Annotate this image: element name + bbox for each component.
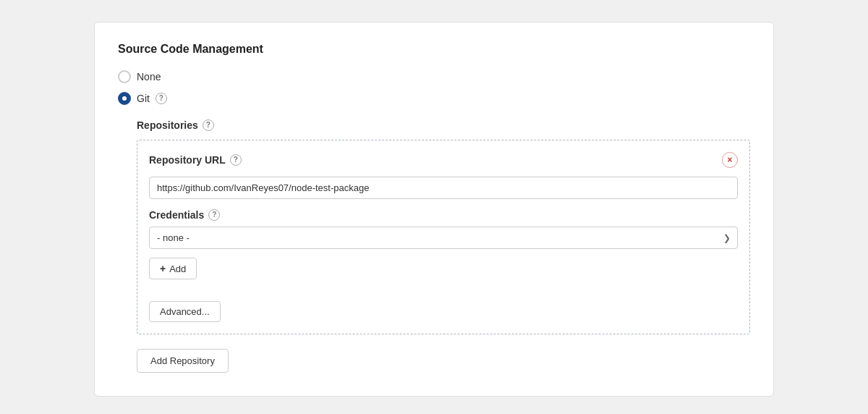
radio-none-circle[interactable] bbox=[118, 70, 131, 83]
radio-group: None Git ? bbox=[118, 70, 750, 105]
repo-url-input[interactable] bbox=[149, 177, 738, 199]
radio-git[interactable]: Git ? bbox=[118, 92, 750, 105]
radio-none[interactable]: None bbox=[118, 70, 750, 83]
radio-git-label: Git bbox=[137, 93, 150, 104]
repo-dashed-box: Repository URL ? × Credentials ? - none … bbox=[137, 140, 750, 334]
plus-icon: + bbox=[160, 263, 166, 274]
credentials-select[interactable]: - none - bbox=[149, 227, 738, 249]
credentials-help-icon[interactable]: ? bbox=[208, 209, 220, 221]
repo-url-label: Repository URL ? bbox=[149, 154, 242, 166]
add-repository-button[interactable]: Add Repository bbox=[137, 349, 229, 373]
repositories-label: Repositories ? bbox=[137, 119, 750, 131]
credentials-label-text: Credentials bbox=[149, 209, 204, 221]
repo-url-label-text: Repository URL bbox=[149, 154, 226, 166]
radio-none-label: None bbox=[137, 71, 161, 83]
advanced-button[interactable]: Advanced... bbox=[149, 301, 221, 322]
credentials-select-wrapper: - none - ❯ bbox=[149, 227, 738, 249]
add-label: Add bbox=[169, 263, 186, 274]
git-help-icon[interactable]: ? bbox=[156, 93, 167, 104]
repo-url-help-icon[interactable]: ? bbox=[230, 154, 242, 166]
add-credentials-button[interactable]: + Add bbox=[149, 258, 197, 279]
repositories-section: Repositories ? Repository URL ? × Creden… bbox=[137, 119, 750, 373]
repositories-label-text: Repositories bbox=[137, 119, 198, 131]
repositories-help-icon[interactable]: ? bbox=[203, 119, 214, 131]
close-icon: × bbox=[727, 155, 732, 165]
section-title: Source Code Management bbox=[118, 43, 750, 56]
advanced-section: Advanced... bbox=[149, 291, 738, 322]
repo-header: Repository URL ? × bbox=[149, 152, 738, 168]
radio-git-circle[interactable] bbox=[118, 92, 131, 105]
main-card: Source Code Management None Git ? Reposi… bbox=[94, 22, 774, 397]
close-repo-button[interactable]: × bbox=[722, 152, 738, 168]
credentials-label: Credentials ? bbox=[149, 209, 738, 221]
credentials-section: Credentials ? - none - ❯ + Add bbox=[149, 209, 738, 279]
